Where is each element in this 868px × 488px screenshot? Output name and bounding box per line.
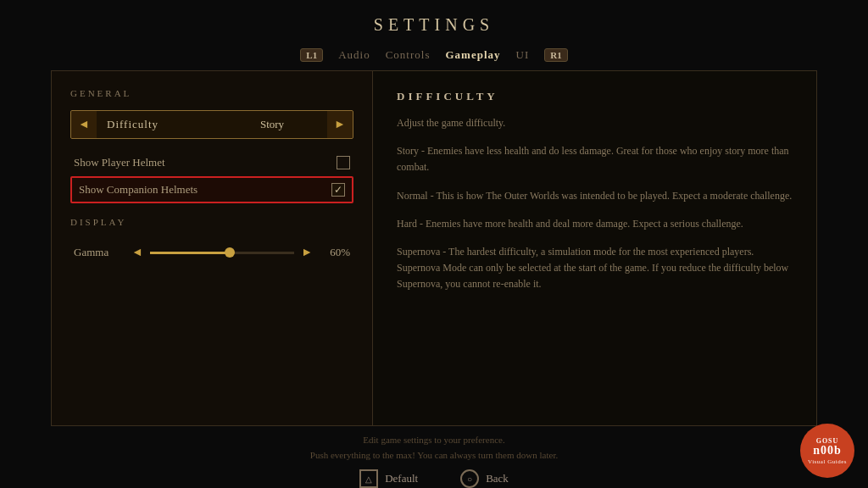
display-section-label: DISPLAY [70, 217, 353, 227]
difficulty-label: Difficulty [97, 118, 217, 131]
main-content: GENERAL ◄ Difficulty Story ► Show Player… [51, 70, 817, 426]
difficulty-description: Adjust the game difficulty. [397, 115, 793, 131]
display-section: DISPLAY Gamma ◄ ► 60% [70, 217, 353, 266]
logo-mid: n00b [813, 445, 842, 457]
back-button-label: Back [486, 472, 509, 485]
footer-buttons: △ Default ○ Back [0, 469, 868, 488]
gamma-arrow-left[interactable]: ◄ [131, 246, 143, 259]
show-player-helmet-checkbox[interactable] [337, 156, 350, 169]
hint-line1: Edit game settings to your preference. [0, 433, 868, 448]
tab-audio[interactable]: Audio [338, 48, 370, 62]
difficulty-value: Story [217, 118, 327, 131]
gamma-row: Gamma ◄ ► 60% [70, 239, 353, 266]
footer-hint: Edit game settings to your preference. P… [0, 433, 868, 463]
supernova-description: Supernova - The hardest difficulty, a si… [397, 244, 793, 293]
l1-button[interactable]: L1 [300, 48, 323, 62]
show-player-helmet-label: Show Player Helmet [74, 156, 165, 169]
show-companion-helmets-label: Show Companion Helmets [79, 183, 198, 197]
show-player-helmet-row: Show Player Helmet [70, 149, 353, 176]
difficulty-panel-title: DIFFICULTY [397, 90, 793, 103]
nav-tabs: L1 Audio Controls Gameplay UI R1 [0, 43, 868, 70]
back-button[interactable]: ○ Back [460, 469, 509, 488]
gamma-slider-thumb[interactable] [225, 247, 235, 258]
gamma-arrow-right[interactable]: ► [301, 246, 313, 259]
gamma-value: 60% [320, 246, 350, 259]
logo-bot: Visual Guides [808, 458, 847, 465]
show-companion-helmets-row: Show Companion Helmets ✓ [70, 176, 353, 203]
show-companion-helmets-checkbox[interactable]: ✓ [331, 183, 345, 197]
hint-line2: Push everything to the max! You can alwa… [0, 448, 868, 463]
difficulty-arrow-right[interactable]: ► [327, 111, 353, 138]
difficulty-arrow-left[interactable]: ◄ [71, 111, 97, 138]
page-title: SETTINGS [0, 15, 868, 35]
right-panel: DIFFICULTY Adjust the game difficulty. S… [373, 70, 817, 426]
gamma-slider-fill [150, 252, 230, 254]
default-button[interactable]: △ Default [359, 469, 418, 488]
tab-ui[interactable]: UI [516, 48, 530, 62]
left-panel: GENERAL ◄ Difficulty Story ► Show Player… [51, 70, 373, 426]
circle-icon: ○ [460, 469, 479, 488]
hard-description: Hard - Enemies have more health and deal… [397, 216, 793, 232]
r1-button[interactable]: R1 [544, 48, 567, 62]
header: SETTINGS [0, 0, 868, 43]
general-section-label: GENERAL [70, 88, 353, 98]
triangle-icon: △ [359, 469, 378, 488]
tab-gameplay[interactable]: Gameplay [445, 48, 500, 62]
normal-description: Normal - This is how The Outer Worlds wa… [397, 188, 793, 204]
logo-watermark: GOSU n00b Visual Guides [800, 424, 854, 478]
gamma-slider-track[interactable] [150, 252, 294, 254]
gamma-label: Gamma [74, 246, 125, 259]
tab-controls[interactable]: Controls [386, 48, 431, 62]
default-button-label: Default [385, 472, 418, 485]
difficulty-row[interactable]: ◄ Difficulty Story ► [70, 110, 353, 139]
footer: Edit game settings to your preference. P… [0, 426, 868, 488]
story-description: Story - Enemies have less health and do … [397, 143, 793, 175]
